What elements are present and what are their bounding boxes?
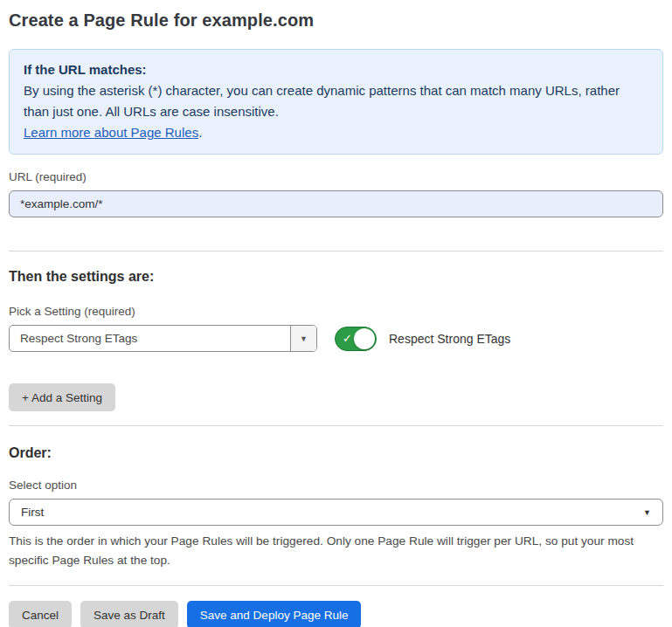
setting-select[interactable]: Respect Strong ETags ▼ — [9, 325, 317, 352]
url-field-label: URL (required) — [9, 170, 663, 183]
info-box-body: By using the asterisk (*) character, you… — [24, 80, 648, 122]
check-icon: ✓ — [343, 333, 352, 344]
order-select[interactable]: First ▼ — [9, 499, 663, 526]
pick-setting-label: Pick a Setting (required) — [9, 305, 663, 318]
info-box-heading: If the URL matches: — [24, 59, 648, 80]
chevron-down-icon: ▼ — [643, 508, 651, 517]
url-match-info-box: If the URL matches: By using the asteris… — [9, 49, 663, 155]
save-deploy-button[interactable]: Save and Deploy Page Rule — [187, 601, 362, 627]
setting-row: Respect Strong ETags ▼ ✓ Respect Strong … — [9, 325, 663, 352]
etags-toggle-group: ✓ Respect Strong ETags — [335, 327, 510, 351]
order-section-heading: Order: — [9, 445, 663, 461]
setting-select-value: Respect Strong ETags — [10, 326, 290, 351]
footer-divider — [9, 585, 663, 586]
settings-section-heading: Then the settings are: — [9, 269, 663, 285]
etags-toggle[interactable]: ✓ — [335, 327, 377, 351]
section-divider — [9, 251, 663, 251]
link-suffix: . — [198, 125, 202, 140]
setting-select-arrow-button[interactable]: ▼ — [290, 326, 316, 351]
footer-actions: Cancel Save as Draft Save and Deploy Pag… — [9, 601, 663, 627]
page-title: Create a Page Rule for example.com — [9, 10, 663, 31]
learn-more-link[interactable]: Learn more about Page Rules — [24, 125, 198, 140]
order-select-label: Select option — [9, 479, 663, 492]
url-field-group: URL (required) — [9, 170, 663, 217]
order-help-text: This is the order in which your Page Rul… — [9, 532, 663, 570]
chevron-down-icon: ▼ — [300, 334, 308, 343]
info-box-link-line: Learn more about Page Rules. — [24, 122, 648, 143]
save-draft-button[interactable]: Save as Draft — [80, 601, 178, 627]
add-setting-button[interactable]: + Add a Setting — [9, 383, 115, 411]
etags-toggle-label: Respect Strong ETags — [389, 332, 510, 346]
order-select-value: First — [21, 506, 643, 519]
url-input[interactable] — [9, 190, 663, 217]
cancel-button[interactable]: Cancel — [9, 601, 72, 627]
toggle-knob — [354, 328, 375, 349]
section-divider — [9, 425, 663, 426]
create-page-rule-form: Create a Page Rule for example.com If th… — [0, 0, 672, 627]
